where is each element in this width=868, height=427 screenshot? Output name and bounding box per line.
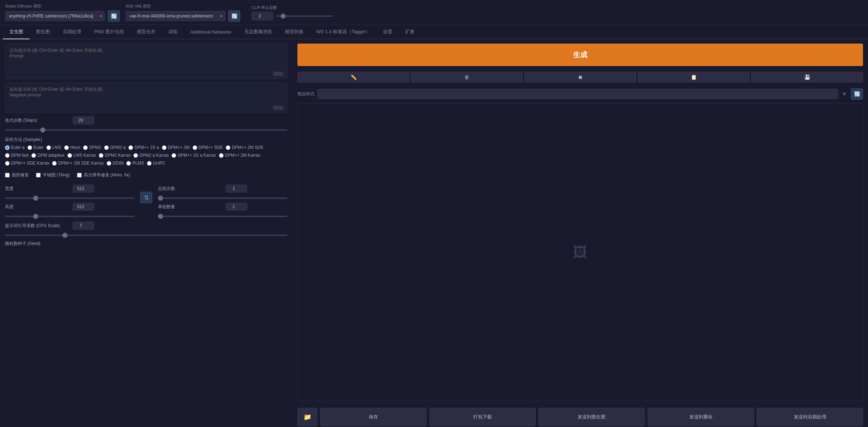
clip-slider[interactable] — [276, 15, 333, 17]
preset-row: 预设样式 ✕ 🔄 — [297, 88, 863, 100]
total-count-slider[interactable] — [158, 197, 287, 199]
batch-size-label: 单批数量 — [158, 204, 222, 210]
bottom-buttons-row: 📁 保存 打包下载 发送到图生图 发送到重绘 发送到后期处理 — [297, 408, 863, 426]
sampler-lms[interactable]: LMS — [46, 145, 61, 150]
stop-button[interactable]: ⏹ — [524, 72, 636, 82]
negative-prompt-container: 0/75 — [5, 82, 287, 113]
face-restore-checkbox[interactable]: 面部修复 — [5, 172, 29, 178]
total-count-label: 总批次数 — [158, 186, 222, 192]
batch-size-input[interactable] — [226, 203, 247, 211]
copy-button[interactable]: 📋 — [638, 72, 750, 82]
height-slider[interactable] — [5, 216, 134, 217]
steps-value-input[interactable] — [73, 116, 94, 124]
left-panel: 0/75 0/75 迭代步数 (Steps) 采样方法 (Sampler) Eu… — [0, 39, 292, 427]
positive-prompt-input[interactable] — [5, 44, 287, 77]
sampler-dpm-fast[interactable]: DPM fast — [5, 153, 29, 158]
brush-button[interactable]: ✏️ — [297, 72, 409, 82]
sampler-dpmpp-sde[interactable]: DPM++ SDE — [193, 145, 223, 150]
sampler-dpmpp-sde-karras[interactable]: DPM++ SDE Karras — [5, 161, 49, 166]
save-button[interactable]: 保存 — [320, 408, 427, 426]
sampler-dpmpp-2s-a-karras[interactable]: DPM++ 2S a Karras — [172, 153, 216, 158]
tiling-checkbox[interactable]: 平铺图 (Tiling) — [36, 172, 70, 178]
tab-png-info[interactable]: PNG 图片信息 — [88, 25, 131, 39]
sampler-euler[interactable]: Euler — [27, 145, 44, 150]
sampler-dpm2-a[interactable]: DPM2 a — [104, 145, 126, 150]
sampler-dpmpp-2m-sde[interactable]: DPM++ 2M SDE — [226, 145, 264, 150]
sampler-dpmpp-2m-sde-karras[interactable]: DPM++ 2M SDE Karras — [52, 161, 103, 166]
width-label: 宽度 — [5, 186, 69, 192]
negative-prompt-input[interactable] — [5, 83, 287, 111]
clip-value-input[interactable] — [252, 12, 273, 20]
open-folder-button[interactable]: 📁 — [297, 408, 317, 426]
vae-model-row: vae-ft-mse-840000-ema-pruned.safetensors… — [126, 10, 240, 22]
cfg-scale-input[interactable] — [73, 222, 94, 230]
positive-prompt-counter: 0/75 — [272, 71, 284, 76]
sd-model-select-wrapper: anything-v5-PrtRE.safetensors [7f96a1a9c… — [5, 11, 105, 21]
vae-model-select-wrapper: vae-ft-mse-840000-ema-pruned.safetensors — [126, 11, 225, 21]
sampler-plms[interactable]: PLMS — [126, 161, 144, 166]
batch-size-row: 单批数量 — [158, 203, 287, 211]
sampler-ddim[interactable]: DDIM — [107, 161, 124, 166]
sampler-dpmpp-2m[interactable]: DPM++ 2M — [162, 145, 190, 150]
clip-row — [252, 12, 333, 20]
top-bar: Stable Diffusion 模型 anything-v5-PrtRE.sa… — [0, 0, 868, 25]
tab-settings[interactable]: 设置 — [377, 25, 399, 39]
sampler-lms-karras[interactable]: LMS Karras — [67, 153, 96, 158]
sampler-heun[interactable]: Heun — [64, 145, 81, 150]
sampler-dpmpp-2m-karras[interactable]: DPM++ 2M Karras — [219, 153, 260, 158]
preset-input[interactable] — [317, 89, 838, 99]
height-value-input[interactable] — [73, 203, 94, 211]
batch-size-section: 单批数量 — [158, 203, 287, 218]
sampler-dpm-adaptive[interactable]: DPM adaptive — [31, 153, 64, 158]
size-section: 宽度 高度 — [5, 185, 134, 218]
batch-size-slider[interactable] — [158, 216, 287, 217]
clip-label: CLIP 终止层数 — [252, 5, 333, 10]
sampler-euler-a[interactable]: Euler a — [5, 145, 25, 150]
tab-image-browse[interactable]: 无边图像浏览 — [238, 25, 279, 39]
tab-tagger[interactable]: WD 1.4 标签器（Tagger） — [310, 25, 377, 39]
save-icon-button[interactable]: 💾 — [751, 72, 863, 82]
send-postprocess-button[interactable]: 发送到后期处理 — [757, 408, 863, 426]
cfg-scale-slider[interactable] — [5, 235, 287, 236]
preset-clear-btn[interactable]: ✕ — [841, 90, 848, 98]
height-label: 高度 — [5, 204, 69, 210]
swap-dimensions-btn[interactable]: ⇅ — [140, 192, 152, 203]
preset-refresh-btn[interactable]: 🔄 — [851, 88, 863, 100]
tab-postprocess[interactable]: 后期处理 — [56, 25, 88, 39]
right-panel: 生成 ✏️ 🗑 ⏹ 📋 💾 预设样式 ✕ 🔄 🖼 📁 保存 打包下载 发送到图生… — [292, 39, 868, 427]
width-value-input[interactable] — [73, 185, 94, 192]
action-buttons-row: ✏️ 🗑 ⏹ 📋 💾 — [297, 72, 863, 82]
vae-model-select[interactable]: vae-ft-mse-840000-ema-pruned.safetensors — [126, 11, 225, 21]
sampler-dpm2-a-karras[interactable]: DPM2 a Karras — [133, 153, 169, 158]
sampler-dpm2[interactable]: DPM2 — [83, 145, 101, 150]
sampler-unipc[interactable]: UniPC — [147, 161, 165, 166]
total-count-input[interactable] — [226, 185, 247, 192]
tab-img2img[interactable]: 图生图 — [30, 25, 56, 39]
width-row: 宽度 — [5, 185, 134, 192]
vae-model-refresh-btn[interactable]: 🔄 — [228, 10, 240, 22]
tab-model-convert[interactable]: 模型转换 — [279, 25, 310, 39]
sampler-dpm2-karras[interactable]: DPM2 Karras — [99, 153, 131, 158]
sd-model-select[interactable]: anything-v5-PrtRE.safetensors [7f96a1a9c… — [5, 11, 105, 21]
sd-model-refresh-btn[interactable]: 🔄 — [108, 10, 120, 22]
negative-prompt-counter: 0/75 — [272, 105, 284, 110]
hires-fix-checkbox[interactable]: 高分辨率修复 (Hires. fix) — [77, 172, 130, 178]
tab-additional-networks[interactable]: Additional Networks — [184, 26, 238, 39]
send-txt2img-button[interactable]: 发送到图生图 — [538, 408, 645, 426]
width-section: 宽度 — [5, 185, 134, 200]
tab-extensions[interactable]: 扩展 — [399, 25, 421, 39]
height-row: 高度 — [5, 203, 134, 211]
steps-row: 迭代步数 (Steps) — [5, 116, 287, 124]
sampler-dpmpp-2s-a[interactable]: DPM++ 2S a — [128, 145, 159, 150]
generate-button[interactable]: 生成 — [297, 44, 863, 66]
steps-label: 迭代步数 (Steps) — [5, 117, 69, 124]
tab-txt2img[interactable]: 文生图 — [3, 25, 30, 39]
steps-slider[interactable] — [5, 129, 287, 131]
tab-model-merge[interactable]: 模型合并 — [131, 25, 162, 39]
pack-download-button[interactable]: 打包下载 — [429, 408, 536, 426]
width-slider[interactable] — [5, 197, 134, 199]
trash-button[interactable]: 🗑 — [411, 72, 523, 82]
send-inpaint-button[interactable]: 发送到重绘 — [648, 408, 754, 426]
tab-train[interactable]: 训练 — [162, 25, 184, 39]
seed-label: 随机数种子 (Seed) — [5, 241, 40, 246]
